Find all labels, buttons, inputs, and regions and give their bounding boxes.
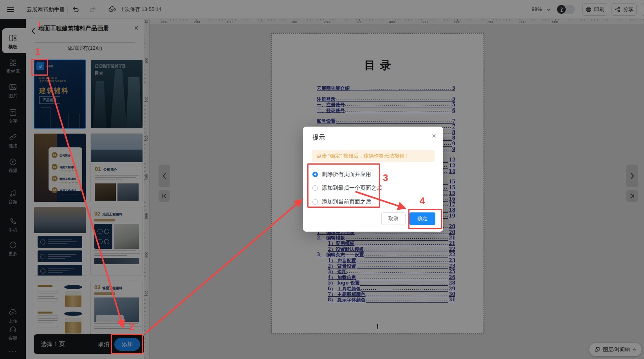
dialog-warning: 点击 “确定” 按钮后，该操作将无法撤销！ [312, 150, 435, 162]
dialog-radio-option-3[interactable]: 添加到当前页面之后 [312, 198, 371, 206]
dialog-close-icon[interactable]: × [432, 132, 436, 140]
annotation-tick [39, 22, 40, 27]
dialog-radio-option-2[interactable]: 添加到最后一个页面之后 [312, 184, 382, 192]
dialog-title: 提示 [312, 134, 325, 142]
radio-icon[interactable] [312, 185, 318, 191]
radio-label: 删除所有页面并应用 [322, 171, 371, 178]
radio-label: 添加到当前页面之后 [322, 198, 371, 205]
radio-icon[interactable] [312, 172, 318, 177]
radio-label: 添加到最后一个页面之后 [322, 185, 382, 192]
confirm-dialog: 提示 × 点击 “确定” 按钮后，该操作将无法撤销！ 删除所有页面并应用添加到最… [303, 127, 443, 232]
dialog-cancel-button[interactable]: 取消 [381, 212, 406, 225]
radio-icon[interactable] [312, 199, 318, 205]
dialog-confirm-button[interactable]: 确定 [409, 212, 435, 225]
dialog-radio-option-1[interactable]: 删除所有页面并应用 [312, 170, 371, 178]
